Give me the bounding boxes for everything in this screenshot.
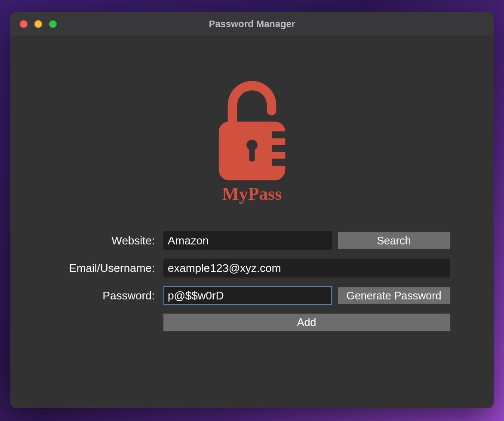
svg-rect-2 — [249, 148, 255, 162]
lock-icon: MyPass — [203, 75, 301, 204]
website-label: Website: — [54, 234, 157, 247]
generate-password-button[interactable]: Generate Password — [338, 287, 450, 304]
window-title: Password Manager — [10, 18, 494, 30]
window-controls — [20, 20, 57, 28]
add-button[interactable]: Add — [163, 314, 450, 331]
email-input[interactable] — [163, 259, 450, 278]
app-window: Password Manager MyPass — [10, 12, 494, 408]
svg-rect-5 — [272, 159, 287, 165]
titlebar: Password Manager — [10, 12, 494, 36]
close-icon[interactable] — [20, 20, 28, 28]
maximize-icon[interactable] — [49, 20, 57, 28]
credentials-form: Website: Search Email/Username: Password… — [32, 231, 472, 331]
app-logo: MyPass — [203, 75, 301, 205]
email-label: Email/Username: — [54, 262, 157, 275]
website-input[interactable] — [163, 231, 332, 250]
content-area: MyPass Website: Search Email/Username: P… — [10, 36, 494, 408]
svg-rect-4 — [272, 145, 287, 152]
minimize-icon[interactable] — [34, 20, 42, 28]
svg-rect-3 — [272, 131, 287, 138]
logo-text: MyPass — [222, 184, 282, 204]
password-input[interactable] — [163, 286, 332, 305]
password-label: Password: — [54, 289, 157, 302]
search-button[interactable]: Search — [338, 232, 450, 249]
